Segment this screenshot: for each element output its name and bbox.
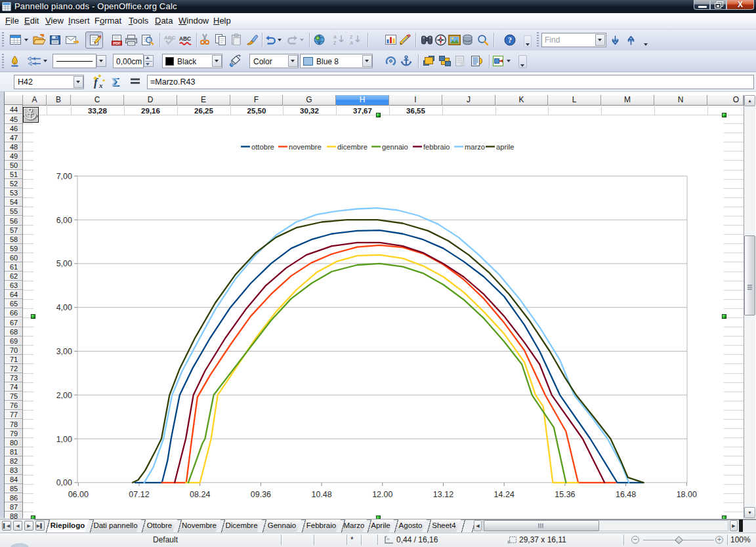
svg-text:ABC: ABC xyxy=(164,35,176,41)
svg-text:A: A xyxy=(333,35,337,39)
svg-text:6,00: 6,00 xyxy=(56,216,72,225)
svg-text:PDF: PDF xyxy=(113,41,121,45)
svg-text:2,00: 2,00 xyxy=(56,391,72,400)
svg-text:aprile: aprile xyxy=(496,143,514,151)
svg-text:ottobre: ottobre xyxy=(251,143,274,151)
svg-text:08.24: 08.24 xyxy=(190,490,210,499)
svg-text:3,00: 3,00 xyxy=(56,347,72,356)
svg-text:09.36: 09.36 xyxy=(251,490,271,499)
svg-text:14.24: 14.24 xyxy=(494,490,514,499)
svg-text:13.12: 13.12 xyxy=(433,490,453,499)
svg-text:Σ: Σ xyxy=(112,76,118,89)
svg-text:06.00: 06.00 xyxy=(68,490,89,499)
svg-text:7,00: 7,00 xyxy=(56,172,72,181)
svg-text:16.48: 16.48 xyxy=(616,490,636,499)
svg-text:15.36: 15.36 xyxy=(555,490,575,499)
svg-text:Z: Z xyxy=(350,35,353,39)
svg-text:?: ? xyxy=(508,35,512,45)
svg-text:10.48: 10.48 xyxy=(311,490,331,499)
svg-text:gennaio: gennaio xyxy=(382,143,408,151)
svg-text:1,00: 1,00 xyxy=(56,435,72,444)
svg-text:12.00: 12.00 xyxy=(372,490,392,499)
svg-text:marzo: marzo xyxy=(465,143,485,151)
svg-text:A: A xyxy=(350,41,353,45)
svg-text:18.00: 18.00 xyxy=(677,490,697,499)
svg-text:dicembre: dicembre xyxy=(337,143,368,151)
svg-text:novembre: novembre xyxy=(289,143,322,151)
svg-text:Z: Z xyxy=(333,41,337,45)
svg-text:4,00: 4,00 xyxy=(56,303,72,312)
svg-text:febbraio: febbraio xyxy=(423,143,450,151)
svg-text:x: x xyxy=(98,81,103,89)
svg-text:5,00: 5,00 xyxy=(56,259,72,268)
svg-text:07.12: 07.12 xyxy=(129,490,149,499)
svg-text:ABC: ABC xyxy=(179,35,191,42)
svg-text:0,00: 0,00 xyxy=(56,478,72,487)
